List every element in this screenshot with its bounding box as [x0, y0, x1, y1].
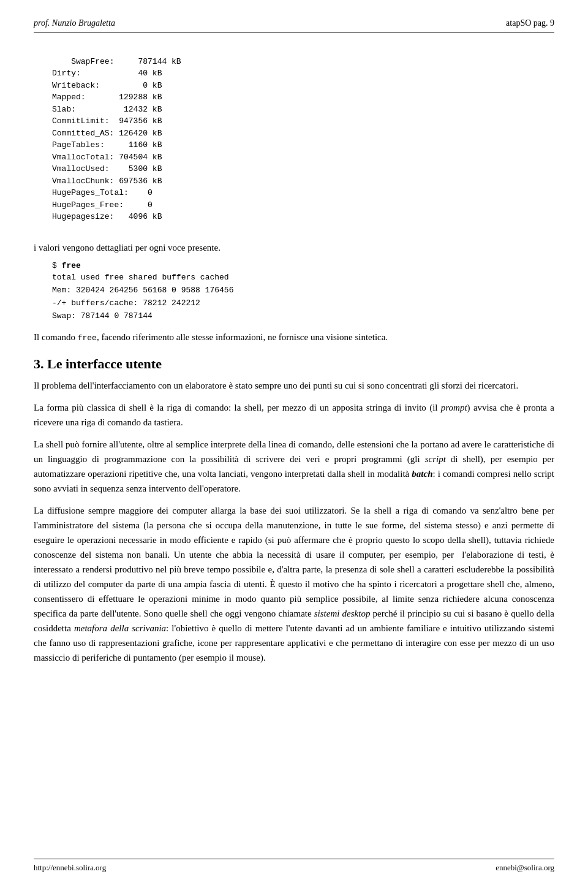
- code-line-hugepagesize: Hugepagesize: 4096 kB: [52, 212, 162, 221]
- page: prof. Nunzio Brugaletta atapSO pag. 9 Sw…: [0, 0, 588, 709]
- after-free-text: Il comando: [34, 332, 78, 342]
- free-table-mem: Mem: 320424 264256 56168 0 9588 176456: [52, 284, 554, 297]
- code-line-vmalloctotal: VmallocTotal: 704504 kB: [52, 153, 162, 162]
- code-line-swapfree: SwapFree: 787144 kB: [71, 57, 181, 66]
- script-italic: script: [425, 454, 446, 464]
- paragraph-3: La shell può fornire all'utente, oltre a…: [34, 437, 554, 496]
- free-table-bufcache: -/+ buffers/cache: 78212 242212: [52, 297, 554, 310]
- free-command-prompt: $ free: [52, 261, 554, 270]
- code-line-hugepages-free: HugePages_Free: 0: [52, 200, 153, 210]
- paragraph-1: Il problema dell'interfacciamento con un…: [34, 378, 554, 393]
- batch-bold-italic: batch: [412, 469, 432, 479]
- code-line-committed: Committed_AS: 126420 kB: [52, 129, 162, 138]
- free-keyword: free: [62, 261, 81, 270]
- section-3-heading: 3. Le interfacce utente: [34, 356, 554, 372]
- paragraph-4: La diffusione sempre maggiore dei comput…: [34, 503, 554, 665]
- free-table-swap: Swap: 787144 0 787144: [52, 310, 554, 323]
- code-line-commitlimit: CommitLimit: 947356 kB: [52, 116, 162, 126]
- code-line-vmallocchunk: VmallocChunk: 697536 kB: [52, 177, 162, 186]
- code-block-meminfo: SwapFree: 787144 kB Dirty: 40 kB Writeba…: [52, 44, 554, 235]
- free-table-header: total used free shared buffers cached: [52, 272, 554, 284]
- paragraph-2: La forma più classica di shell è la riga…: [34, 400, 554, 430]
- metafora-italic: metafora della scrivania: [74, 623, 166, 633]
- header-author: prof. Nunzio Brugaletta: [34, 18, 115, 28]
- page-footer: http://ennebi.solira.org ennebi@solira.o…: [34, 859, 554, 873]
- paragraph-1-text: Il problema dell'interfacciamento con un…: [34, 381, 518, 390]
- header-page: atapSO pag. 9: [506, 18, 554, 28]
- footer-email: ennebi@solira.org: [496, 863, 554, 873]
- section-number: 3.: [34, 356, 44, 371]
- after-free-rest: , facendo riferimento alle stesse inform…: [97, 332, 388, 342]
- code-line-hugepages-total: HugePages_Total: 0: [52, 188, 153, 197]
- after-free-paragraph: Il comando free, facendo riferimento all…: [34, 330, 554, 345]
- code-line-vmallocused: VmallocUsed: 5300 kB: [52, 164, 162, 173]
- code-line-mapped: Mapped: 129288 kB: [52, 93, 162, 102]
- intro-sentence: i valori vengono dettagliati per ogni vo…: [34, 241, 554, 255]
- prompt-italic: prompt: [441, 403, 467, 412]
- after-free-code: free: [78, 333, 97, 343]
- page-header: prof. Nunzio Brugaletta atapSO pag. 9: [34, 18, 554, 32]
- code-line-pagetables: PageTables: 1160 kB: [52, 140, 162, 150]
- code-line-writeback: Writeback: 0 kB: [52, 81, 162, 90]
- section-title: Le interfacce utente: [47, 356, 162, 371]
- sistemi-desktop-italic: sistemi desktop: [314, 609, 371, 618]
- code-line-slab: Slab: 12432 kB: [52, 105, 162, 114]
- dollar-sign: $: [52, 261, 62, 270]
- code-line-dirty: Dirty: 40 kB: [52, 69, 162, 78]
- footer-url: http://ennebi.solira.org: [34, 863, 106, 873]
- free-table: total used free shared buffers cached Me…: [52, 272, 554, 322]
